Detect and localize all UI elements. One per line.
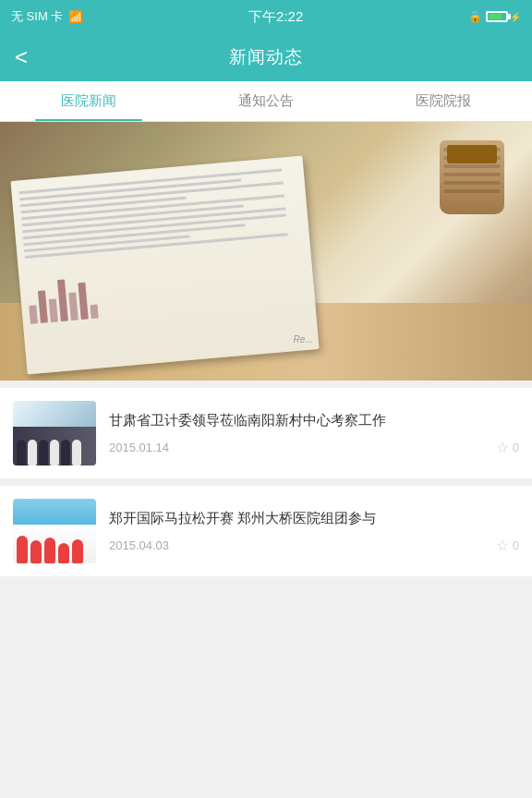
status-bar: 无 SIM 卡 📶 下午2:22 🔒 ⚡ [0, 0, 532, 33]
tab-gazette[interactable]: 医院院报 [355, 81, 532, 121]
thumb-runners [13, 528, 96, 564]
back-button[interactable]: < [15, 46, 28, 68]
hero-image: Re... [0, 122, 532, 381]
status-time: 下午2:22 [248, 8, 303, 26]
status-right: 🔒 ⚡ [468, 10, 521, 23]
news-list: 甘肃省卫计委领导莅临南阳新村中心考察工作 2015.01.14 ☆ 0 郑开国际… [0, 381, 532, 576]
star-icon-1: ☆ [496, 439, 509, 456]
news-date-2: 2015.04.03 [109, 538, 169, 552]
news-title-1: 甘肃省卫计委领导莅临南阳新村中心考察工作 [109, 410, 519, 431]
star-count-2: 0 [513, 538, 519, 552]
news-title-2: 郑开国际马拉松开赛 郑州大桥医院组团参与 [109, 508, 519, 529]
news-date-1: 2015.01.14 [109, 441, 169, 454]
hero-cup [440, 140, 504, 214]
tab-notice[interactable]: 通知公告 [177, 81, 355, 121]
runner-4 [58, 543, 69, 563]
news-content-1: 甘肃省卫计委领导莅临南阳新村中心考察工作 2015.01.14 ☆ 0 [109, 410, 519, 456]
cup-liquid [447, 145, 497, 163]
figure-2 [28, 440, 37, 466]
news-meta-2: 2015.04.03 ☆ 0 [109, 537, 519, 554]
page-title: 新闻动态 [229, 45, 303, 69]
figure-3 [39, 440, 48, 466]
news-meta-1: 2015.01.14 ☆ 0 [109, 439, 519, 456]
tab-hospital-news[interactable]: 医院新闻 [0, 81, 177, 121]
news-thumb-1 [13, 401, 96, 466]
news-content-2: 郑开国际马拉松开赛 郑州大桥医院组团参与 2015.04.03 ☆ 0 [109, 508, 519, 554]
tabs-bar: 医院新闻 通知公告 医院院报 [0, 81, 532, 122]
battery-fill [489, 14, 502, 19]
figure-4 [50, 440, 59, 466]
lock-icon: 🔒 [468, 10, 482, 23]
battery-icon [486, 11, 508, 22]
star-icon-2: ☆ [496, 537, 509, 554]
no-sim-label: 无 SIM 卡 [11, 8, 63, 25]
bolt-icon: ⚡ [510, 12, 521, 22]
figure-1 [17, 440, 26, 466]
news-item-2[interactable]: 郑开国际马拉松开赛 郑州大桥医院组团参与 2015.04.03 ☆ 0 [0, 486, 532, 576]
figure-5 [61, 440, 70, 466]
figure-6 [72, 440, 81, 466]
news-star-2[interactable]: ☆ 0 [496, 537, 519, 554]
runner-1 [17, 536, 28, 563]
news-item-1[interactable]: 甘肃省卫计委领导莅临南阳新村中心考察工作 2015.01.14 ☆ 0 [0, 388, 532, 478]
star-count-1: 0 [513, 441, 519, 454]
runner-2 [30, 540, 42, 563]
wifi-icon: 📶 [68, 10, 83, 24]
nav-bar: < 新闻动态 [0, 33, 532, 81]
newspaper-content [10, 156, 309, 271]
status-left: 无 SIM 卡 📶 [11, 8, 83, 25]
news-thumb-2 [13, 499, 96, 563]
runner-5 [72, 539, 83, 563]
hero-newspaper: Re... [10, 156, 319, 375]
thumb-figures [13, 427, 96, 466]
news-star-1[interactable]: ☆ 0 [496, 439, 519, 456]
runner-3 [44, 538, 55, 563]
battery-container: ⚡ [486, 11, 521, 22]
